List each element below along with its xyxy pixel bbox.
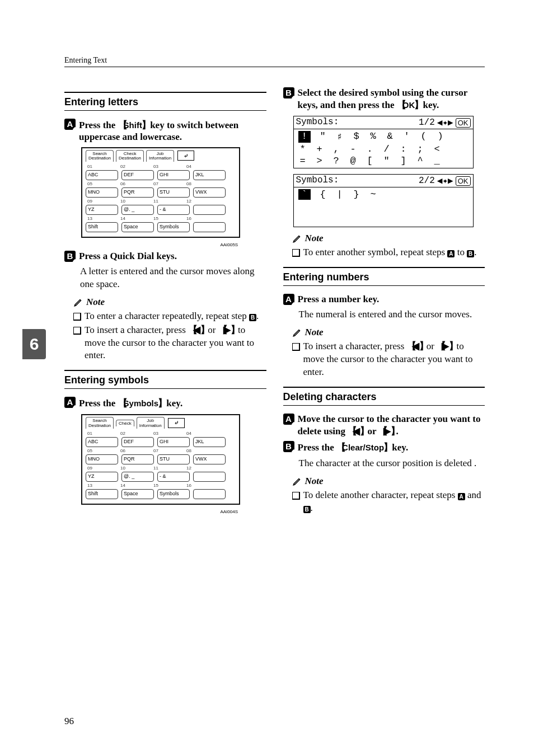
nav-diamond-icon: ◀✦▶ xyxy=(437,175,453,186)
tiny-step-b: B xyxy=(249,314,256,321)
bullet-icon xyxy=(292,492,300,500)
ok-key-label: OK xyxy=(402,100,416,110)
page-number: 96 xyxy=(64,716,74,727)
page-header: Entering Text xyxy=(64,56,485,67)
step-1-delete: A Move the cursor to the character you w… xyxy=(283,414,485,438)
step-2-delete: B Press the Clear/Stop key. xyxy=(283,441,485,454)
symbols-screen-1: Symbols: 1/2 ◀✦▶ OK !"♯$%&'() *+,-./:;< … xyxy=(293,116,474,168)
left-arrow-key: ◀ xyxy=(188,324,205,337)
step1-text-a: Press the xyxy=(79,120,118,130)
note-item: To enter another symbol, repeat steps A … xyxy=(292,246,485,259)
nav-diamond-icon: ◀✦▶ xyxy=(437,117,453,128)
ok-indicator: OK xyxy=(456,118,471,128)
section-entering-symbols: Entering symbols xyxy=(64,370,266,389)
step-body: The numeral is entered and the cursor mo… xyxy=(299,308,485,321)
step2-body: A letter is entered and the cursor moves… xyxy=(80,265,266,291)
step-1-numbers: A Press a number key. xyxy=(283,294,485,305)
shift-key-label: Shift xyxy=(123,120,143,130)
left-arrow-key: ◀ xyxy=(348,425,365,438)
step-2-letters: B Press a Quick Dial keys. xyxy=(64,251,266,262)
step-body: The character at the cursor position is … xyxy=(299,457,485,470)
note-item: To enter a character repeatedly, repeat … xyxy=(73,310,266,323)
symbols-key-label: Symbols xyxy=(123,398,160,408)
note-heading: Note xyxy=(292,476,485,487)
symbols-page-indicator: 1/2 xyxy=(419,118,435,128)
diagram2-caption: AAI004S xyxy=(81,509,238,514)
symbols-title: Symbols: xyxy=(296,117,339,128)
right-arrow-key: ▶ xyxy=(437,340,454,353)
note-item: To insert a character, press ◀ or ▶ to m… xyxy=(73,324,266,363)
section-entering-letters: Entering letters xyxy=(64,92,266,111)
pencil-icon xyxy=(292,327,302,337)
step-number-1-icon: A xyxy=(64,119,76,130)
step-1-letters: A Press the Shift key to switch between … xyxy=(64,119,266,143)
section-deleting-characters: Deleting characters xyxy=(283,387,485,406)
note-heading: Note xyxy=(73,297,266,308)
keypad-diagram-1: SearchDestination CheckDestination JobIn… xyxy=(81,147,240,238)
note-heading: Note xyxy=(292,327,485,338)
note-item: To insert a character, press ◀ or ▶ to m… xyxy=(292,340,485,379)
bullet-icon xyxy=(292,343,300,351)
bullet-icon xyxy=(73,313,81,321)
step-number-1-icon: A xyxy=(64,397,76,408)
diagram1-caption: AAI005S xyxy=(81,242,238,247)
tab-search: SearchDestination xyxy=(86,150,114,162)
bullet-icon xyxy=(73,327,81,335)
note-item: To delete another character, repeat step… xyxy=(292,489,485,515)
back-icon: ⤶ xyxy=(177,151,194,161)
tab-job: JobInformation xyxy=(146,150,174,162)
left-arrow-key: ◀ xyxy=(407,340,424,353)
right-arrow-key: ▶ xyxy=(378,425,396,438)
bullet-icon xyxy=(292,249,300,257)
step-number-2-icon: B xyxy=(283,87,294,98)
section-entering-numbers: Entering numbers xyxy=(283,267,485,286)
pencil-icon xyxy=(73,297,83,307)
clear-stop-key-label: Clear/Stop xyxy=(341,443,385,452)
note-heading: Note xyxy=(292,233,485,244)
step-1-symbols: A Press the Symbols key. xyxy=(64,397,266,410)
step-number-2-icon: B xyxy=(64,251,76,262)
pencil-icon xyxy=(292,476,302,486)
right-arrow-key: ▶ xyxy=(218,324,236,337)
keypad-diagram-2: SearchDestination Check JobInformation ⤶… xyxy=(81,414,240,505)
pencil-icon xyxy=(292,233,302,243)
symbols-screen-2: Symbols: 2/2 ◀✦▶ OK `{|}~ xyxy=(293,174,474,227)
tab-check: CheckDestination xyxy=(116,150,144,162)
step-2-symbols: B Select the desired symbol using the cu… xyxy=(283,87,485,111)
